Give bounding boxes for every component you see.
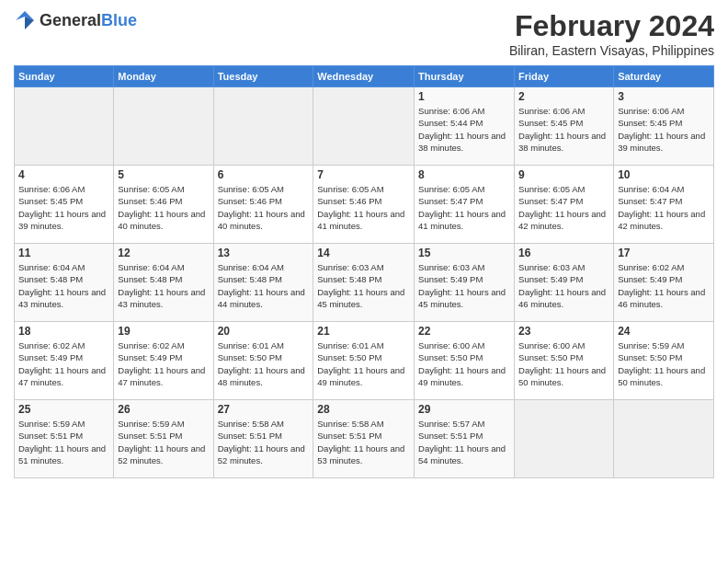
day-info: Sunrise: 6:06 AMSunset: 5:45 PMDaylight:… — [18, 183, 109, 232]
day-info: Sunrise: 6:05 AMSunset: 5:46 PMDaylight:… — [118, 183, 209, 232]
day-number: 16 — [518, 247, 609, 259]
week-row-3: 11Sunrise: 6:04 AMSunset: 5:48 PMDayligh… — [15, 244, 714, 322]
header-friday: Friday — [515, 66, 614, 87]
day-info: Sunrise: 6:04 AMSunset: 5:48 PMDaylight:… — [18, 261, 109, 310]
day-info: Sunrise: 5:59 AMSunset: 5:51 PMDaylight:… — [18, 418, 109, 466]
day-info: Sunrise: 5:58 AMSunset: 5:51 PMDaylight:… — [317, 418, 410, 466]
day-number: 10 — [618, 168, 710, 181]
calendar-cell-w1-d7: 3Sunrise: 6:06 AMSunset: 5:45 PMDaylight… — [614, 87, 714, 166]
svg-marker-1 — [25, 17, 34, 29]
calendar-cell-w2-d7: 10Sunrise: 6:04 AMSunset: 5:47 PMDayligh… — [614, 166, 714, 244]
day-number: 5 — [118, 168, 209, 181]
day-info: Sunrise: 6:03 AMSunset: 5:49 PMDaylight:… — [518, 261, 609, 310]
day-number: 9 — [518, 168, 609, 181]
day-number: 4 — [18, 168, 109, 181]
day-info: Sunrise: 6:04 AMSunset: 5:48 PMDaylight:… — [118, 261, 209, 310]
calendar-cell-w2-d6: 9Sunrise: 6:05 AMSunset: 5:47 PMDaylight… — [515, 166, 614, 244]
day-number: 28 — [317, 403, 410, 416]
day-number: 7 — [317, 168, 410, 181]
calendar-cell-w3-d4: 14Sunrise: 6:03 AMSunset: 5:48 PMDayligh… — [313, 244, 415, 322]
calendar-header-row: Sunday Monday Tuesday Wednesday Thursday… — [15, 66, 714, 87]
day-info: Sunrise: 6:03 AMSunset: 5:49 PMDaylight:… — [418, 261, 510, 310]
calendar-cell-w1-d6: 2Sunrise: 6:06 AMSunset: 5:45 PMDaylight… — [515, 87, 614, 166]
logo-icon — [14, 9, 36, 31]
calendar-cell-w4-d5: 22Sunrise: 6:00 AMSunset: 5:50 PMDayligh… — [415, 322, 515, 400]
day-info: Sunrise: 6:05 AMSunset: 5:47 PMDaylight:… — [418, 183, 510, 232]
day-info: Sunrise: 6:01 AMSunset: 5:50 PMDaylight:… — [218, 339, 310, 388]
calendar-cell-w5-d6 — [515, 400, 614, 478]
day-number: 15 — [418, 247, 510, 259]
logo-text: GeneralBlue — [40, 11, 137, 30]
day-number: 20 — [218, 325, 310, 338]
day-info: Sunrise: 5:59 AMSunset: 5:51 PMDaylight:… — [118, 418, 209, 466]
calendar-cell-w5-d5: 29Sunrise: 5:57 AMSunset: 5:51 PMDayligh… — [415, 400, 515, 478]
day-info: Sunrise: 6:02 AMSunset: 5:49 PMDaylight:… — [18, 339, 109, 388]
day-info: Sunrise: 6:06 AMSunset: 5:45 PMDaylight:… — [618, 105, 710, 154]
day-number: 22 — [418, 325, 510, 338]
calendar-cell-w4-d6: 23Sunrise: 6:00 AMSunset: 5:50 PMDayligh… — [515, 322, 614, 400]
day-number: 25 — [18, 403, 109, 416]
day-info: Sunrise: 6:00 AMSunset: 5:50 PMDaylight:… — [418, 339, 510, 388]
calendar-cell-w4-d1: 18Sunrise: 6:02 AMSunset: 5:49 PMDayligh… — [15, 322, 114, 400]
day-number: 14 — [317, 247, 410, 259]
day-info: Sunrise: 6:00 AMSunset: 5:50 PMDaylight:… — [518, 339, 609, 388]
day-number: 2 — [518, 90, 609, 103]
calendar-cell-w4-d4: 21Sunrise: 6:01 AMSunset: 5:50 PMDayligh… — [313, 322, 415, 400]
day-number: 29 — [418, 403, 510, 416]
calendar-cell-w4-d2: 19Sunrise: 6:02 AMSunset: 5:49 PMDayligh… — [114, 322, 213, 400]
day-number: 27 — [218, 403, 310, 416]
day-number: 1 — [418, 90, 510, 103]
header-tuesday: Tuesday — [213, 66, 313, 87]
day-number: 19 — [118, 325, 209, 338]
header-section: GeneralBlue February 2024 Biliran, Easte… — [14, 9, 714, 58]
day-info: Sunrise: 6:02 AMSunset: 5:49 PMDaylight:… — [618, 261, 710, 310]
calendar-cell-w4-d3: 20Sunrise: 6:01 AMSunset: 5:50 PMDayligh… — [213, 322, 313, 400]
day-number: 24 — [618, 325, 710, 338]
day-number: 11 — [18, 247, 109, 259]
day-info: Sunrise: 6:05 AMSunset: 5:46 PMDaylight:… — [218, 183, 310, 232]
header-monday: Monday — [114, 66, 213, 87]
calendar-cell-w2-d4: 7Sunrise: 6:05 AMSunset: 5:46 PMDaylight… — [313, 166, 415, 244]
day-number: 12 — [118, 247, 209, 259]
calendar-cell-w5-d2: 26Sunrise: 5:59 AMSunset: 5:51 PMDayligh… — [114, 400, 213, 478]
calendar-cell-w2-d3: 6Sunrise: 6:05 AMSunset: 5:46 PMDaylight… — [213, 166, 313, 244]
header-wednesday: Wednesday — [313, 66, 415, 87]
calendar-cell-w3-d7: 17Sunrise: 6:02 AMSunset: 5:49 PMDayligh… — [614, 244, 714, 322]
day-number: 3 — [618, 90, 710, 103]
day-number: 17 — [618, 247, 710, 259]
logo: GeneralBlue — [14, 9, 137, 31]
calendar-table: Sunday Monday Tuesday Wednesday Thursday… — [14, 65, 714, 478]
calendar-cell-w3-d2: 12Sunrise: 6:04 AMSunset: 5:48 PMDayligh… — [114, 244, 213, 322]
calendar-cell-w5-d1: 25Sunrise: 5:59 AMSunset: 5:51 PMDayligh… — [15, 400, 114, 478]
day-info: Sunrise: 6:01 AMSunset: 5:50 PMDaylight:… — [317, 339, 410, 388]
day-number: 6 — [218, 168, 310, 181]
day-info: Sunrise: 6:04 AMSunset: 5:47 PMDaylight:… — [618, 183, 710, 232]
day-number: 13 — [218, 247, 310, 259]
day-number: 23 — [518, 325, 609, 338]
day-info: Sunrise: 6:06 AMSunset: 5:44 PMDaylight:… — [418, 105, 510, 154]
calendar-cell-w1-d3 — [213, 87, 313, 166]
calendar-cell-w4-d7: 24Sunrise: 5:59 AMSunset: 5:50 PMDayligh… — [614, 322, 714, 400]
week-row-4: 18Sunrise: 6:02 AMSunset: 5:49 PMDayligh… — [15, 322, 714, 400]
calendar-cell-w2-d5: 8Sunrise: 6:05 AMSunset: 5:47 PMDaylight… — [415, 166, 515, 244]
day-info: Sunrise: 6:04 AMSunset: 5:48 PMDaylight:… — [218, 261, 310, 310]
calendar-cell-w1-d2 — [114, 87, 213, 166]
calendar-cell-w2-d1: 4Sunrise: 6:06 AMSunset: 5:45 PMDaylight… — [15, 166, 114, 244]
day-number: 21 — [317, 325, 410, 338]
calendar-cell-w3-d5: 15Sunrise: 6:03 AMSunset: 5:49 PMDayligh… — [415, 244, 515, 322]
day-number: 26 — [118, 403, 209, 416]
week-row-1: 1Sunrise: 6:06 AMSunset: 5:44 PMDaylight… — [15, 87, 714, 166]
title-section: February 2024 Biliran, Eastern Visayas, … — [509, 9, 714, 58]
header-saturday: Saturday — [614, 66, 714, 87]
header-thursday: Thursday — [415, 66, 515, 87]
calendar-cell-w5-d4: 28Sunrise: 5:58 AMSunset: 5:51 PMDayligh… — [313, 400, 415, 478]
calendar-cell-w3-d6: 16Sunrise: 6:03 AMSunset: 5:49 PMDayligh… — [515, 244, 614, 322]
month-title: February 2024 — [509, 9, 714, 43]
day-info: Sunrise: 6:05 AMSunset: 5:46 PMDaylight:… — [317, 183, 410, 232]
day-info: Sunrise: 6:02 AMSunset: 5:49 PMDaylight:… — [118, 339, 209, 388]
calendar-cell-w1-d5: 1Sunrise: 6:06 AMSunset: 5:44 PMDaylight… — [415, 87, 515, 166]
day-info: Sunrise: 5:58 AMSunset: 5:51 PMDaylight:… — [218, 418, 310, 466]
calendar-cell-w2-d2: 5Sunrise: 6:05 AMSunset: 5:46 PMDaylight… — [114, 166, 213, 244]
calendar-cell-w3-d3: 13Sunrise: 6:04 AMSunset: 5:48 PMDayligh… — [213, 244, 313, 322]
day-number: 8 — [418, 168, 510, 181]
